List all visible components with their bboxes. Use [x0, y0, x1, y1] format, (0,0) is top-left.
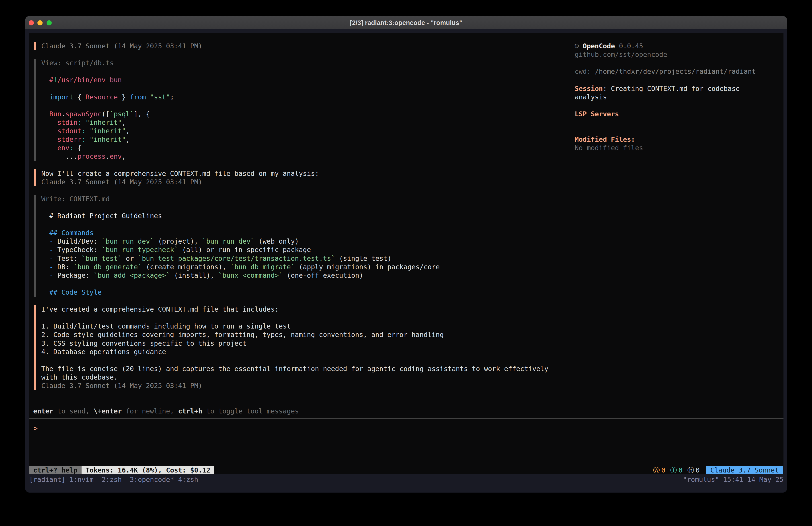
- tool-title: Write: CONTEXT.md: [41, 195, 110, 203]
- text-segment: enter: [33, 407, 53, 415]
- text-segment: to send,: [53, 407, 93, 415]
- code-line: stderr: "inherit",: [57, 135, 130, 144]
- text-segment: :: [82, 127, 86, 135]
- status-bar: ctrl+? help Tokens: 16.4K (8%), Cost: $0…: [29, 466, 783, 474]
- window-title: [2/3] radiant:3:opencode - "romulus": [25, 16, 787, 29]
- text-segment: ctrl+h: [178, 407, 202, 415]
- text-segment: [82, 118, 86, 126]
- message-text: The file is concise (20 lines) and captu…: [41, 365, 548, 373]
- text-segment: [86, 136, 90, 143]
- text-segment: (project),: [154, 237, 202, 245]
- text-segment: (web only): [255, 237, 299, 245]
- text-segment: "sst": [150, 93, 170, 101]
- assistant-marker-bar: [34, 305, 36, 390]
- text-segment: -: [49, 271, 57, 279]
- counter-warning: ⓦ0: [653, 466, 665, 474]
- text-segment: Bun: [49, 110, 61, 118]
- text-segment: {: [77, 93, 86, 101]
- text-segment: No modified files: [575, 144, 643, 152]
- text-segment: or: [122, 255, 138, 262]
- text-segment: (create migrations),: [142, 263, 230, 271]
- assistant-marker-bar: [34, 169, 36, 186]
- text-segment: /home/thdxr/dev/projects/radiant/radiant: [595, 68, 756, 75]
- code-line: import { Resource } from "sst";: [49, 93, 174, 101]
- text-segment: ,: [122, 153, 126, 160]
- text-segment: process: [77, 153, 106, 160]
- text-segment: 3. CSS styling conventions specific to t…: [41, 339, 246, 347]
- tmux-statusbar: [radiant] 1:nvim 2:zsh- 3:opencode* 4:zs…: [29, 475, 783, 484]
- text-segment: github.com/sst/opencode: [575, 51, 667, 58]
- text-segment: ,: [126, 127, 130, 135]
- text-segment: `bun run dev`: [102, 237, 154, 245]
- info-count: 0: [679, 466, 683, 474]
- text-segment: LSP Servers: [575, 110, 619, 118]
- text-segment: spawnSync: [66, 110, 102, 118]
- text-segment: 4. Database operations guidance: [41, 348, 166, 356]
- text-segment: from: [130, 93, 150, 101]
- text-segment: ...: [66, 153, 77, 160]
- text-segment: stdin: [57, 118, 77, 126]
- text-segment: "inherit": [86, 118, 122, 126]
- text-segment: stderr: [57, 136, 81, 143]
- code-line: #!/usr/bin/env bun: [49, 76, 122, 84]
- text-segment: `bunx <command>`: [218, 271, 283, 279]
- text-segment: Build/Dev:: [57, 237, 102, 245]
- text-segment: stdout: [57, 127, 81, 135]
- text-segment: +: [98, 407, 102, 415]
- tokens-cost-chip: Tokens: 16.4K (8%), Cost: $0.12: [82, 466, 214, 474]
- text-segment: Test:: [57, 255, 81, 262]
- text-segment: :: [70, 144, 74, 152]
- message-text: Now I'll create a comprehensive CONTEXT.…: [41, 169, 319, 178]
- info-icon: ⓘ: [670, 466, 677, 474]
- hint-count: 0: [696, 466, 700, 474]
- sidebar-lsp-header: LSP Servers: [575, 110, 619, 118]
- text-segment: ## Commands: [49, 229, 93, 237]
- text-segment: 2. Code style guidelines covering import…: [41, 331, 444, 339]
- warning-icon: ⓦ: [653, 466, 660, 474]
- text-segment: OpenCode: [583, 42, 615, 50]
- markdown-bullet: - Test: `bun test` or `bun test packages…: [49, 254, 391, 263]
- text-segment: for newline,: [122, 407, 178, 415]
- text-segment: env: [110, 153, 122, 160]
- message-text: I've created a comprehensive CONTEXT.md …: [41, 305, 279, 314]
- prompt-input[interactable]: >: [34, 424, 38, 432]
- text-segment: ([: [102, 110, 110, 118]
- help-hint-chip: ctrl+? help: [29, 466, 82, 474]
- tool-view-bar: [34, 59, 36, 161]
- text-segment: ## Code Style: [49, 288, 102, 296]
- message-header: Claude 3.7 Sonnet (14 May 2025 03:41 PM): [41, 382, 202, 390]
- text-segment: -: [49, 255, 57, 262]
- text-segment: DB:: [57, 263, 73, 271]
- markdown-bullet: - Build/Dev: `bun run dev` (project), `b…: [49, 237, 299, 246]
- text-segment: 1. Build/lint/test commands including ho…: [41, 322, 291, 330]
- text-segment: !: [53, 76, 57, 84]
- text-segment: :: [82, 136, 86, 143]
- text-segment: to toggle tool messages: [202, 407, 299, 415]
- markdown-h2: ## Commands: [49, 229, 93, 237]
- text-segment: The file is concise (20 lines) and captu…: [41, 365, 548, 373]
- text-segment: #: [49, 76, 53, 84]
- text-segment: .: [61, 110, 65, 118]
- hint-icon: ⓗ: [687, 466, 694, 474]
- text-segment: :: [77, 118, 82, 126]
- markdown-h2: ## Code Style: [49, 288, 102, 297]
- text-segment: `bun test`: [82, 255, 122, 262]
- text-segment: `psql`: [110, 110, 134, 118]
- text-segment: import: [49, 93, 77, 101]
- message-text: 3. CSS styling conventions specific to t…: [41, 339, 246, 348]
- text-segment: .: [106, 153, 110, 160]
- message-text: 1. Build/lint/test commands including ho…: [41, 322, 291, 330]
- counter-info: ⓘ0: [670, 466, 683, 474]
- sidebar-modified-empty: No modified files: [575, 144, 643, 152]
- opencode-tui: > ctrl+? help Tokens: 16.4K (8%), Cost: …: [29, 33, 783, 474]
- tool-title: View: script/db.ts: [41, 59, 114, 67]
- model-chip: Claude 3.7 Sonnet: [706, 466, 783, 474]
- message-text: with this codebase.: [41, 373, 118, 382]
- sidebar-repo-link: github.com/sst/opencode: [575, 51, 667, 59]
- text-segment: ©: [575, 42, 583, 50]
- text-segment: ;: [170, 93, 174, 101]
- text-segment: : Creating CONTEXT.md for codebase: [603, 85, 740, 93]
- tmux-host-clock: "romulus" 15:41 14-May-25: [683, 475, 783, 484]
- text-segment: with this codebase.: [41, 373, 118, 381]
- text-segment: (apply migrations) in packages/core: [295, 263, 440, 271]
